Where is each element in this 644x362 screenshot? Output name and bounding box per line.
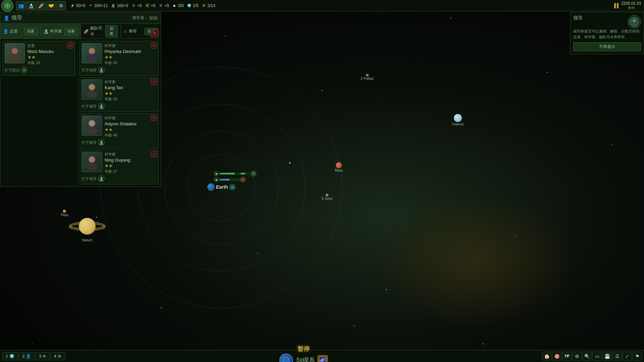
- topbar-btn-fleet[interactable]: 🚀: [36, 1, 46, 10]
- pallas-label: 2 Pallas: [361, 76, 374, 80]
- bottombar: 1 🌍 2 👤 3 ❄ 4 ⚙ 暂停 Sol星系: [0, 350, 644, 362]
- topbar-btn-tech[interactable]: 🔬: [26, 1, 36, 10]
- uranus-container[interactable]: Uranus: [452, 114, 464, 126]
- scientist-role-label-3: 科学家: [105, 116, 156, 121]
- topbar-btn-empire[interactable]: ⚙: [56, 1, 66, 10]
- br-icon-layout[interactable]: ▭: [592, 352, 602, 361]
- tooltip-dismiss-button[interactable]: 不再显示: [573, 42, 641, 51]
- governor-card-msizi[interactable]: 总督 Msizi Masuku ★★ 年龄 33 × 忙于统治 🏛: [2, 41, 75, 76]
- scientist-stars-kang: ★★: [105, 91, 156, 96]
- juno-label: 3 Juno: [321, 196, 332, 200]
- scientist-card-kang[interactable]: 科学家 Kang Tan ★★ 年龄 43 × 忙于领导 🔬: [79, 77, 159, 112]
- unity-value: +5: [151, 3, 156, 8]
- scientist-card-priyanka[interactable]: 科学家 Priyanka Desmukh ★★ 年龄 33 × 忙于指挥 🔬: [79, 41, 159, 76]
- sol-globe-icon[interactable]: [279, 354, 293, 362]
- br-icon-flag[interactable]: ⚑: [633, 352, 642, 361]
- tab-scientist-recruit[interactable]: 招募: [64, 28, 78, 35]
- tab-governor-label: 总督: [10, 28, 18, 34]
- topbar-btn-population[interactable]: 👥: [16, 1, 25, 10]
- juno-container[interactable]: 3 Juno: [321, 194, 332, 200]
- topbar: 👥 🔬 🚀 🤝 ⚙ ⚡ 50+9 ❤ 200+11 🔬 100+3 ⚙ +5 🌿…: [0, 0, 644, 11]
- bar-fill-1b: [240, 173, 245, 174]
- svg-point-5: [9, 54, 20, 62]
- svg-point-6: [12, 48, 17, 54]
- scientist-card-header-ning: 科学家 Ning Ouyang ★★ 年龄 27: [82, 152, 156, 174]
- br-icon-settings[interactable]: ⚙: [572, 352, 582, 361]
- br-icon-save[interactable]: 💾: [602, 352, 612, 361]
- scientist-card-ning[interactable]: 科学家 Ning Ouyang ★★ 年龄 27 × 忙于领导 🔬: [79, 149, 159, 184]
- bottom-tab-1[interactable]: 1 🌍: [2, 352, 18, 360]
- tab-general-label: 将军: [129, 28, 137, 34]
- earth-bar-row-1: ◆ ⚙: [214, 171, 256, 176]
- tab-governor-recruit[interactable]: 招募: [24, 28, 38, 35]
- bar-fill-2: [220, 179, 229, 180]
- scientist-portrait-artyom: [82, 116, 102, 136]
- earth-indicator[interactable]: ◆ ⚙ ◆ ✕ Earth 👥: [207, 171, 256, 191]
- bottom-tab-3[interactable]: 3 ❄: [35, 352, 50, 360]
- scientist-remove-button-kang[interactable]: ×: [151, 79, 157, 85]
- titan-label: Titan: [60, 213, 68, 217]
- br-icon-map[interactable]: 🗺: [562, 352, 572, 361]
- mars-container[interactable]: Mars: [335, 162, 343, 172]
- game-date: 2200.01.01: [621, 1, 641, 6]
- food-value: 200+11: [94, 3, 108, 8]
- scientist-card-artyom[interactable]: 科学家 Artyom Shatalov ★★ 年龄 48 × 忙于领导 🔬: [79, 113, 159, 148]
- tab-fleet-recruit[interactable]: 招募: [105, 25, 118, 37]
- tab-governor[interactable]: 👤 总督 招募: [0, 24, 41, 39]
- saturn-container[interactable]: Saturn: [67, 215, 107, 242]
- earth-sphere[interactable]: [207, 183, 215, 191]
- earth-planet-row[interactable]: Earth 👥: [207, 183, 256, 191]
- br-icon-home[interactable]: 🏠: [542, 352, 551, 361]
- tab-icon-4: ⚙: [58, 354, 61, 359]
- tabs-row: 👤 总督 招募 🔬 科学家 招募 🚀 舰队司令 招募 ⚔ 将军 招募: [0, 24, 161, 39]
- scientist-remove-button-ning[interactable]: ×: [151, 151, 157, 157]
- resource-food: ❤ 200+11: [88, 3, 108, 8]
- mars-planet[interactable]: [336, 162, 342, 168]
- scientist-stars-priyanka: ★★: [105, 55, 156, 60]
- scientist-card-header-kang: 科学家 Kang Tan ★★ 年龄 43: [82, 79, 156, 102]
- governor-remove-button-msizi[interactable]: ×: [67, 43, 73, 49]
- br-icon-target[interactable]: 🎯: [552, 352, 561, 361]
- uranus-planet[interactable]: [454, 114, 462, 122]
- tab-fleet[interactable]: 🚀 舰队司令 招募: [81, 24, 121, 39]
- pallas-container[interactable]: 2 Pallas: [361, 74, 374, 80]
- governors-column: 总督 Msizi Masuku ★★ 年龄 33 × 忙于统治 🏛: [0, 39, 77, 186]
- svg-point-21: [633, 19, 636, 22]
- leaders-tooltip-panel: 领导 领导标签页可以雇佣、解散、分配空闲的总督、科学家、舰队司令和将军。 不再显…: [570, 12, 644, 54]
- cg-value: 0/0: [178, 3, 184, 8]
- tab-num-4: 4: [54, 354, 56, 359]
- governor-portrait-msizi: [5, 43, 25, 63]
- scientist-remove-button-artyom[interactable]: ×: [151, 115, 157, 121]
- svg-point-8: [87, 54, 97, 62]
- planets-icon: 🌍: [186, 3, 192, 8]
- pallas-planet[interactable]: [366, 74, 369, 76]
- titan-container[interactable]: Titan: [60, 209, 68, 217]
- earth-end-icon[interactable]: 👥: [229, 184, 235, 190]
- scientist-age-artyom: 年龄 48: [105, 133, 156, 138]
- resource-consumer-goods: ◆ 0/0: [172, 3, 184, 8]
- bottom-tabs: 1 🌍 2 👤 3 ❄ 4 ⚙: [0, 352, 67, 360]
- pause-button[interactable]: [614, 3, 619, 8]
- tab-fleet-icon: 🚀: [84, 29, 89, 34]
- br-icon-check[interactable]: ✓: [623, 352, 632, 361]
- pause-bar-1: [614, 3, 616, 8]
- panel-close-button[interactable]: ×: [151, 29, 159, 37]
- game-logo[interactable]: [1, 0, 13, 12]
- topbar-btn-diplomacy[interactable]: 🤝: [46, 1, 56, 10]
- juno-planet[interactable]: [326, 194, 328, 196]
- tab-scientist[interactable]: 🔬 科学家 招募: [41, 24, 81, 39]
- earth-bars: ◆ ⚙ ◆ ✕: [214, 171, 256, 182]
- galaxy-icon[interactable]: 🌌: [317, 355, 328, 362]
- scientist-card-header-priyanka: 科学家 Priyanka Desmukh ★★ 年龄 33: [82, 43, 156, 65]
- scientist-remove-button-priyanka[interactable]: ×: [151, 43, 157, 49]
- energy-icon: ⚡: [70, 3, 75, 8]
- tab-governor-icon: 👤: [3, 29, 8, 34]
- br-icon-zoom-in[interactable]: 🔍: [582, 352, 592, 361]
- bottom-tab-4[interactable]: 4 ⚙: [50, 352, 65, 360]
- titan-planet[interactable]: [63, 209, 66, 213]
- svg-point-15: [89, 121, 95, 126]
- br-icon-menu[interactable]: ☰: [612, 352, 622, 361]
- bottom-tab-2[interactable]: 2 👤: [19, 352, 35, 360]
- resource-influence: ⚙ +5: [131, 3, 142, 8]
- panel-header-icon: 👤: [4, 15, 9, 21]
